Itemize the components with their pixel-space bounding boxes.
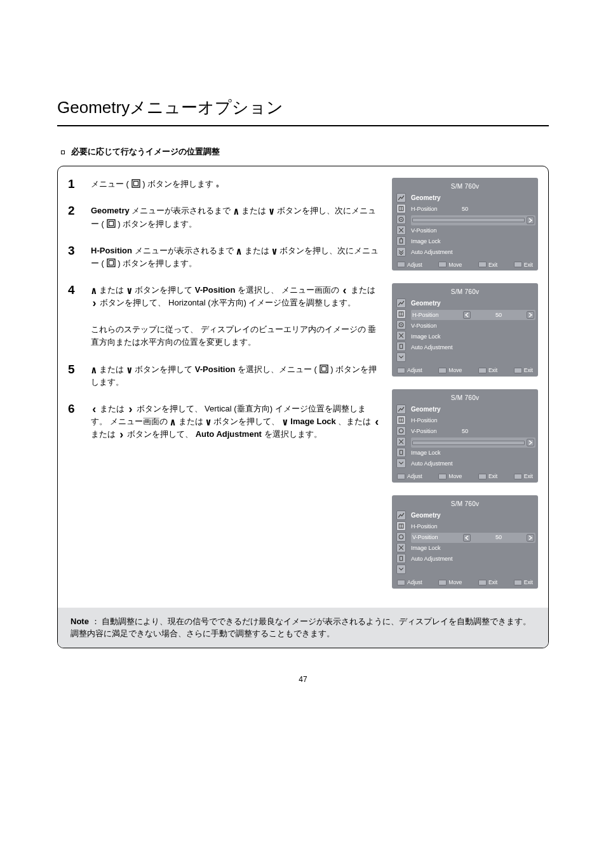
osd-preview: S/M 760v Geometry H-Position xyxy=(392,389,538,483)
osd-item: Image Lock xyxy=(411,237,535,247)
osd-preview: S/M 760v Geometry H-Position xyxy=(392,495,538,589)
step-text: これらのステップに従って、 ディスプレイのビューエリア内のイメージの 垂直方向ま… xyxy=(91,324,376,347)
osd-footer-label: Adjust xyxy=(407,261,422,269)
svg-rect-25 xyxy=(400,556,402,561)
step-text: または xyxy=(100,404,127,413)
step-number: 5 xyxy=(68,363,91,389)
step-number: 4 xyxy=(68,284,91,309)
step-text: メニュー ( xyxy=(91,179,129,189)
osd-item: H-Position 50 xyxy=(411,310,535,320)
osd-footer-label: Exit xyxy=(488,366,497,375)
step-text: ) ボタンを押します。 xyxy=(118,219,197,229)
step-text: ボタンを押して、 xyxy=(213,417,282,426)
osd-item: Auto Adjustment xyxy=(411,554,535,564)
footer-key-icon xyxy=(438,368,447,373)
osd-item: Auto Adjustment xyxy=(411,459,535,469)
svg-rect-6 xyxy=(320,365,328,373)
step-number: 6 xyxy=(68,403,91,441)
svg-point-20 xyxy=(399,429,403,433)
svg-rect-17 xyxy=(400,344,402,349)
step: 5 または ボタンを押して V-Position を選択し、メニュー ( ) ボ… xyxy=(68,363,380,389)
osd-value: 50 xyxy=(473,311,525,320)
osd-footer: Adjust Move Exit Exit xyxy=(394,577,535,587)
osd-tab-icon xyxy=(396,404,406,414)
note-label: Note xyxy=(71,617,89,626)
svg-rect-21 xyxy=(400,450,402,455)
osd-value: 50 xyxy=(473,533,525,542)
chevron-right-icon xyxy=(127,404,134,415)
step-text: V-Position xyxy=(195,285,236,295)
step: 6 または ボタンを押して、 Vertical (垂直方向) イメージ位置を調整… xyxy=(68,403,380,441)
step-text: Auto Adjustment xyxy=(196,429,262,439)
arrow-left-icon xyxy=(463,534,471,542)
osd-item-label: Auto Adjustment xyxy=(411,460,453,469)
chevron-up-icon xyxy=(91,366,97,376)
osd-footer-label: Move xyxy=(448,578,462,587)
osd-title: S/M 760v xyxy=(394,180,535,193)
step-text: H-Position xyxy=(91,246,132,255)
osd-tab-icon xyxy=(396,437,406,446)
chevron-right-icon xyxy=(118,429,125,441)
osd-footer: Adjust Move Exit Exit xyxy=(394,471,535,481)
page-title: Geometryメニューオプション xyxy=(57,95,549,120)
osd-footer-label: Adjust xyxy=(407,366,422,375)
osd-item-label: Auto Adjustment xyxy=(411,344,453,352)
footer-key-icon xyxy=(397,368,405,373)
osd-item-label: V-Position xyxy=(411,427,462,436)
osd-item-label: H-Position xyxy=(411,205,462,214)
step-text: ボタンを押して、 Horizontal (水平方向) イメージ位置を調整します。 xyxy=(100,298,356,307)
osd-item: V-Position 50 xyxy=(411,427,535,437)
osd-icon-column xyxy=(394,298,407,364)
osd-footer-label: Exit xyxy=(524,366,533,375)
osd-tab-icon xyxy=(396,215,406,224)
footer-key-icon xyxy=(514,580,522,585)
osd-item-label: Auto Adjustment xyxy=(411,555,453,564)
osd-item: H-Position 50 xyxy=(411,204,535,215)
osd-icon-column xyxy=(394,404,407,471)
step: 2 Geometry メニューが表示されるまで または ボタンを押し、次にメニュ… xyxy=(68,204,380,230)
step-text: Image Lock xyxy=(290,417,336,426)
step-text: メニューが表示されるまで xyxy=(131,206,233,215)
chevron-left-icon xyxy=(374,417,380,428)
osd-item: V-Position 50 xyxy=(411,533,535,543)
osd-item-label: Image Lock xyxy=(411,544,462,553)
footer-key-icon xyxy=(397,580,405,585)
osd-item-label: H-Position xyxy=(411,417,462,425)
note-box: Note ： 自動調整により、現在の信号でできるだけ最良なイメージが表示されるよ… xyxy=(58,608,548,648)
step-text: ) ボタンを押します。 xyxy=(118,258,197,268)
step-number xyxy=(68,323,91,349)
osd-title: S/M 760v xyxy=(394,392,535,404)
subtitle: 必要に応じて行なうイメージの位置調整 xyxy=(71,145,220,158)
footer-key-icon xyxy=(478,474,487,479)
osd-footer-label: Exit xyxy=(524,472,533,481)
chevron-down-icon xyxy=(269,207,275,217)
osd-tab-icon xyxy=(396,204,406,213)
svg-rect-12 xyxy=(400,239,402,243)
osd-tab-icon xyxy=(396,352,406,362)
svg-point-11 xyxy=(400,218,401,220)
osd-tab-icon xyxy=(396,458,406,468)
chevron-down-icon xyxy=(126,286,133,297)
osd-icon-column xyxy=(394,193,407,259)
osd-item: H-Position xyxy=(411,522,535,532)
step-text: 、または xyxy=(338,417,374,426)
osd-footer: Adjust Move Exit Exit xyxy=(394,259,535,270)
svg-rect-3 xyxy=(109,221,113,225)
osd-item: Image Lock xyxy=(411,544,535,554)
osd-tab-icon xyxy=(396,448,406,457)
arrow-right-icon xyxy=(527,217,534,224)
footer-key-icon xyxy=(514,368,522,373)
step-text: ボタンを押して、 xyxy=(127,429,196,439)
osd-footer-label: Move xyxy=(448,472,462,481)
osd-value: 50 xyxy=(462,427,468,436)
osd-footer-label: Move xyxy=(448,261,462,269)
osd-tab-icon xyxy=(396,236,406,246)
osd-tab-icon xyxy=(396,415,406,425)
step-text: または xyxy=(91,429,118,439)
arrow-right-icon xyxy=(527,311,534,319)
step-number: 1 xyxy=(68,178,91,191)
footer-key-icon xyxy=(397,474,405,479)
osd-icon-column xyxy=(394,511,407,577)
footer-key-icon xyxy=(438,262,447,267)
osd-menu-label: Geometry xyxy=(411,298,535,308)
